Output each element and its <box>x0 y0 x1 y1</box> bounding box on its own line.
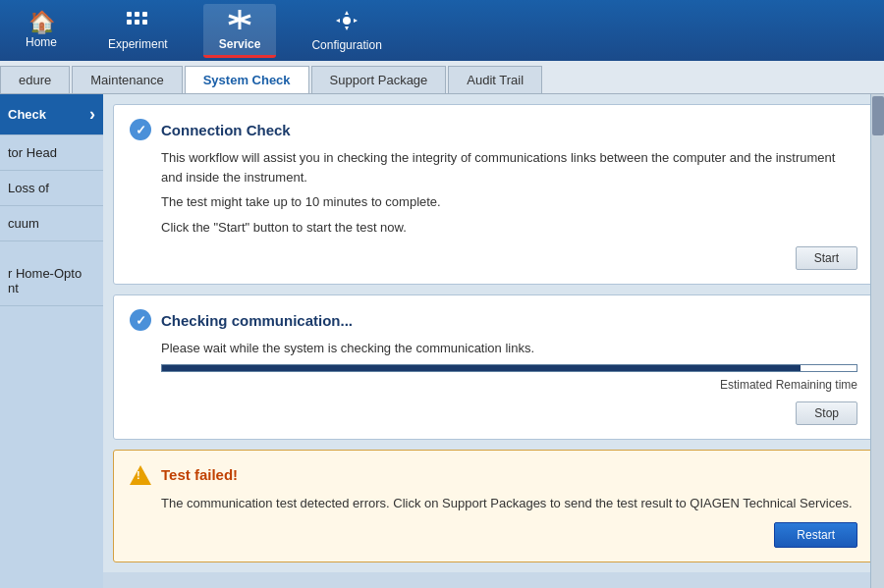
connection-check-desc3: Click the "Start" button to start the te… <box>161 218 857 238</box>
main-layout: Check tor Head Loss of cuum r Home-Opto … <box>0 94 884 588</box>
checking-comm-header: Checking communication... <box>130 309 857 331</box>
svg-rect-3 <box>127 20 132 25</box>
progress-bar-container <box>161 364 857 372</box>
sidebar-item-cuum[interactable]: cuum <box>0 206 103 241</box>
sidebar-item-check[interactable]: Check <box>0 94 103 135</box>
test-failed-desc: The communication test detected errors. … <box>161 494 857 513</box>
nav-experiment-label: Experiment <box>108 37 168 51</box>
connection-check-body: This workflow will assist you in checkin… <box>130 148 857 237</box>
tab-maintenance[interactable]: Maintenance <box>72 66 182 93</box>
connection-check-card: Connection Check This workflow will assi… <box>113 104 874 285</box>
estimated-row: Estimated Remaining time <box>130 378 857 392</box>
test-failed-footer: Restart <box>130 522 857 548</box>
stop-button[interactable]: Stop <box>796 401 857 425</box>
home-icon: 🏠 <box>28 12 55 33</box>
svg-point-9 <box>343 17 351 25</box>
scrollbar-track[interactable] <box>870 94 884 588</box>
nav-home[interactable]: 🏠 Home <box>10 8 73 53</box>
tab-audit-trail[interactable]: Audit Trail <box>448 66 542 93</box>
connection-check-icon <box>130 119 151 140</box>
configuration-icon <box>334 9 359 36</box>
content-area: Connection Check This workflow will assi… <box>103 94 884 572</box>
estimated-label: Estimated Remaining time <box>720 378 857 392</box>
sidebar-item-home-opto[interactable]: r Home-Opto nt <box>0 241 103 306</box>
connection-check-header: Connection Check <box>130 119 857 140</box>
nav-service-label: Service <box>219 37 261 51</box>
tab-bar: edure Maintenance System Check Support P… <box>0 61 884 94</box>
nav-experiment[interactable]: Experiment <box>92 6 184 55</box>
warning-icon <box>130 464 151 486</box>
checking-communication-card: Checking communication... Please wait wh… <box>113 294 874 440</box>
checking-comm-desc: Please wait while the system is checking… <box>161 339 857 358</box>
progress-bar-fill <box>162 365 801 371</box>
tab-system-check[interactable]: System Check <box>185 66 309 93</box>
test-failed-card: Test failed! The communication test dete… <box>113 450 874 563</box>
start-button[interactable]: Start <box>796 246 857 270</box>
experiment-icon <box>125 10 150 35</box>
nav-home-label: Home <box>26 35 57 49</box>
svg-rect-0 <box>127 12 132 17</box>
nav-configuration[interactable]: Configuration <box>296 5 397 56</box>
warn-triangle <box>130 465 151 485</box>
tab-support-package[interactable]: Support Package <box>311 66 447 93</box>
test-failed-body: The communication test detected errors. … <box>130 494 857 513</box>
svg-rect-4 <box>135 20 139 25</box>
checking-comm-icon <box>130 309 151 331</box>
tab-procedure[interactable]: edure <box>0 66 70 93</box>
checking-comm-body: Please wait while the system is checking… <box>130 339 857 372</box>
connection-check-desc2: The test might take up to 10 minutes to … <box>161 192 857 212</box>
svg-rect-2 <box>142 12 147 17</box>
content-wrapper: Connection Check This workflow will assi… <box>103 94 884 588</box>
svg-rect-5 <box>142 20 147 25</box>
service-icon <box>227 8 252 35</box>
test-failed-header: Test failed! <box>130 464 857 486</box>
test-failed-title: Test failed! <box>161 466 238 483</box>
svg-rect-1 <box>135 12 139 17</box>
checking-comm-footer: Stop <box>130 401 857 425</box>
connection-check-desc1: This workflow will assist you in checkin… <box>161 148 857 187</box>
connection-check-title: Connection Check <box>161 122 291 138</box>
nav-configuration-label: Configuration <box>311 38 381 52</box>
scrollbar-thumb[interactable] <box>872 96 884 135</box>
checking-comm-title: Checking communication... <box>161 312 353 329</box>
nav-service[interactable]: Service <box>203 4 277 58</box>
sidebar: Check tor Head Loss of cuum r Home-Opto … <box>0 94 103 588</box>
sidebar-item-tor-head[interactable]: tor Head <box>0 135 103 171</box>
connection-check-footer: Start <box>130 246 857 270</box>
top-nav: 🏠 Home Experiment Service <box>0 0 884 61</box>
sidebar-item-loss-of[interactable]: Loss of <box>0 171 103 206</box>
restart-button[interactable]: Restart <box>774 522 857 548</box>
